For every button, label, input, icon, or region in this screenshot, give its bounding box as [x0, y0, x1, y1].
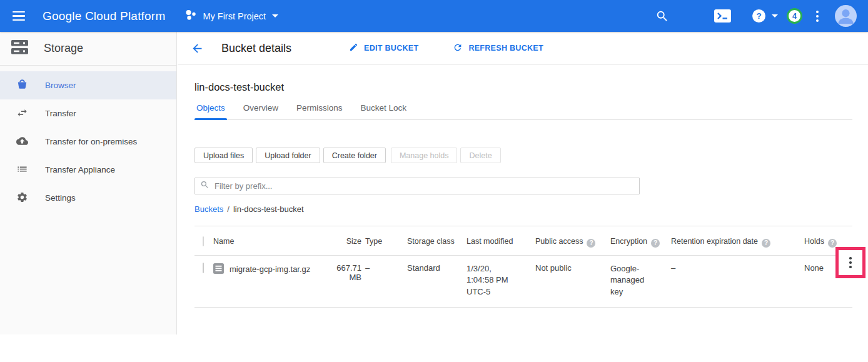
chevron-down-icon — [772, 14, 778, 18]
table-header-row: Name Size Type Storage class Last modifi… — [194, 226, 852, 255]
object-public-access: Not public — [535, 263, 610, 273]
search-icon[interactable] — [655, 9, 669, 23]
filter-field[interactable] — [194, 178, 640, 194]
annotation-highlight-box — [835, 247, 865, 278]
create-folder-button[interactable]: Create folder — [323, 148, 386, 163]
sidebar-item-transfer[interactable]: Transfer — [0, 99, 176, 128]
sidebar: Storage Browser Transfer Transfer for on… — [0, 32, 177, 334]
refresh-bucket-button[interactable]: REFRESH BUCKET — [453, 43, 543, 54]
tab-objects[interactable]: Objects — [194, 103, 227, 119]
object-holds: None — [804, 263, 837, 273]
file-icon — [213, 263, 224, 276]
column-header-holds: Holds? — [804, 237, 837, 248]
gear-icon — [16, 191, 28, 205]
sidebar-header: Storage — [0, 32, 176, 66]
help-icon[interactable]: ? — [828, 239, 837, 248]
page-header: Bucket details EDIT BUCKET REFRESH BUCKE… — [178, 32, 868, 65]
avatar[interactable] — [835, 5, 857, 27]
project-selector[interactable]: My First Project — [185, 9, 278, 23]
back-arrow-icon[interactable] — [191, 42, 204, 55]
help-menu[interactable]: ? — [752, 9, 778, 23]
column-header-encryption: Encryption? — [610, 237, 671, 248]
sidebar-item-transfer-appliance[interactable]: Transfer Appliance — [0, 156, 176, 184]
sidebar-item-browser[interactable]: Browser — [0, 71, 176, 99]
project-name: My First Project — [203, 11, 266, 21]
cloud-upload-icon — [16, 135, 28, 149]
row-checkbox[interactable] — [203, 263, 204, 273]
column-header-retention: Retention expiration date? — [671, 237, 804, 248]
search-icon — [200, 180, 209, 192]
breadcrumb-current: lin-docs-test-bucket — [233, 204, 304, 214]
help-icon: ? — [752, 9, 765, 23]
object-last-modified: 1/3/20, 1:04:58 PM UTC-5 — [467, 263, 535, 299]
object-size: 667.71 MB — [335, 263, 365, 282]
table-row: migrate-gcp-img.tar.gz 667.71 MB – Stand… — [194, 255, 852, 308]
sidebar-item-transfer-on-premises[interactable]: Transfer for on-premises — [0, 128, 176, 156]
upload-folder-button[interactable]: Upload folder — [256, 148, 320, 163]
appliance-list-icon — [16, 163, 28, 177]
sidebar-item-label: Transfer — [45, 109, 76, 118]
top-app-bar: Google Cloud Platform My First Project ?… — [0, 0, 868, 32]
pencil-icon — [349, 43, 358, 54]
menu-icon[interactable] — [11, 9, 26, 24]
column-header-public-access: Public access? — [535, 237, 610, 248]
tab-overview[interactable]: Overview — [241, 103, 280, 119]
sidebar-item-label: Settings — [45, 193, 76, 203]
select-all-checkbox[interactable] — [203, 236, 204, 246]
help-icon[interactable]: ? — [762, 239, 770, 248]
notification-badge[interactable]: 4 — [787, 8, 802, 24]
sidebar-item-settings[interactable]: Settings — [0, 184, 176, 212]
column-header-name: Name — [213, 237, 335, 246]
column-header-size: Size — [335, 237, 365, 246]
page-title: Bucket details — [221, 42, 291, 55]
brand-logo: Google Cloud Platform — [43, 9, 165, 23]
sidebar-title: Storage — [44, 42, 83, 55]
column-header-last-modified: Last modified — [467, 237, 535, 246]
column-header-storage-class: Storage class — [407, 237, 467, 246]
more-options-icon[interactable] — [814, 8, 821, 24]
object-name-link[interactable]: migrate-gcp-img.tar.gz — [230, 264, 310, 274]
cloud-shell-icon[interactable] — [714, 9, 731, 23]
object-type: – — [365, 263, 407, 273]
object-encryption: Google-managed key — [610, 263, 671, 299]
filter-input[interactable] — [214, 181, 639, 191]
column-header-type: Type — [365, 237, 407, 246]
chevron-down-icon — [272, 14, 278, 18]
breadcrumb: Buckets / lin-docs-test-bucket — [194, 204, 852, 214]
bucket-name: lin-docs-test-bucket — [194, 81, 852, 93]
sidebar-nav: Browser Transfer Transfer for on-premise… — [0, 71, 176, 212]
tab-permissions[interactable]: Permissions — [295, 103, 345, 119]
object-storage-class: Standard — [407, 263, 467, 273]
object-toolbar: Upload files Upload folder Create folder… — [194, 148, 852, 163]
help-icon[interactable]: ? — [651, 239, 660, 248]
project-dots-icon — [185, 9, 197, 23]
manage-holds-button: Manage holds — [391, 148, 458, 163]
sidebar-item-label: Transfer for on-premises — [45, 137, 137, 146]
delete-button: Delete — [460, 148, 500, 163]
tab-bucket-lock[interactable]: Bucket Lock — [359, 103, 409, 119]
breadcrumb-separator: / — [227, 204, 230, 214]
breadcrumb-buckets-link[interactable]: Buckets — [194, 204, 223, 214]
bucket-icon — [16, 79, 28, 93]
row-overflow-menu-icon[interactable] — [839, 250, 862, 275]
help-icon[interactable]: ? — [587, 239, 595, 248]
edit-bucket-button[interactable]: EDIT BUCKET — [349, 43, 418, 54]
upload-files-button[interactable]: Upload files — [194, 148, 253, 163]
sidebar-item-label: Transfer Appliance — [45, 165, 115, 174]
object-retention-date: – — [671, 263, 804, 273]
refresh-icon — [453, 43, 463, 54]
gcp-storage-console: Google Cloud Platform My First Project ?… — [0, 0, 868, 362]
main-panel: Bucket details EDIT BUCKET REFRESH BUCKE… — [178, 32, 868, 334]
sidebar-item-label: Browser — [45, 81, 76, 90]
bucket-tabs: Objects Overview Permissions Bucket Lock — [194, 103, 852, 120]
swap-arrows-icon — [16, 107, 28, 121]
storage-product-icon — [11, 40, 28, 57]
